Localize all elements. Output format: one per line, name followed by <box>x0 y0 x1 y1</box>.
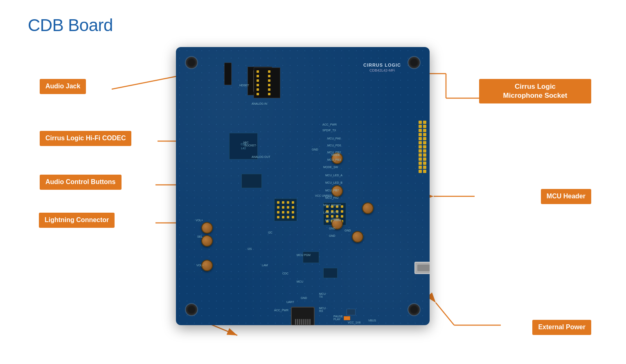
lightning-connector-comp <box>291 307 315 325</box>
lam-mute: LAM_MUTE <box>323 211 339 214</box>
lightning-connector-label: Lightning Connector <box>39 213 115 228</box>
i2c-header <box>274 198 297 221</box>
audio-jack-label: Audio Jack <box>40 79 86 94</box>
mount-hole-tr <box>408 56 421 69</box>
mcu-header-pins <box>419 121 426 173</box>
analog-in-header <box>254 67 280 98</box>
ic-chip-1 <box>241 174 262 188</box>
mcu-pa2: MCU_PA2 <box>325 196 339 199</box>
s0-button[interactable] <box>201 235 213 247</box>
mcu-pgm-label: MCU PGM <box>297 254 311 256</box>
ic-chip-3 <box>323 268 338 278</box>
vol-minus-label: VOL− <box>196 264 204 267</box>
audio-jack-component <box>224 63 232 85</box>
mcu-pd0: MCU_PD0 <box>327 144 341 147</box>
mode-sw: MODE_SW <box>323 166 338 169</box>
cdc-label: CDC <box>282 272 288 275</box>
analog-out-label: ANALOG OUT <box>252 155 270 158</box>
usb-connector <box>414 262 430 274</box>
board-logo: CIRRUS LOGIC CDB42L42-MFi <box>363 63 401 72</box>
mcu-reset-button[interactable] <box>362 202 374 214</box>
mcu-pa6: MCU_PA6 <box>327 137 341 140</box>
uart-label: UART <box>286 301 294 303</box>
mcu-rx: MCURX <box>319 307 326 312</box>
acc-pwr-right: ACC_PWR <box>322 123 337 126</box>
mcu-tx: MCUTX <box>319 292 326 298</box>
pause-play: PAUSEPLAY <box>333 315 343 321</box>
gnd-right: GND <box>312 148 318 151</box>
mcu-pb7: MCU_PB7 <box>325 189 339 192</box>
mode-label: MODE <box>331 153 340 156</box>
mcu-reset: MCU_RESET <box>323 204 341 207</box>
s10-button[interactable] <box>352 231 363 243</box>
sel-label: SEL <box>197 235 203 238</box>
mcu-pb2: MCU_PB2 <box>327 151 341 154</box>
mcu-led-a: MCU_LED_A <box>325 174 342 177</box>
svg-line-15 <box>436 303 454 325</box>
spdif-tx: SPDIF_TX <box>322 129 336 132</box>
model-text: CDB42L42-MFi <box>363 68 401 72</box>
mount-hole-bl <box>185 303 198 316</box>
mcu-led-b: MCU_LED_B <box>325 181 342 184</box>
vbus: VBUS <box>368 319 376 322</box>
board-container: CIRRUS LOGIC CDB42L42-MFi CS4L42 <box>176 47 430 325</box>
analog-in-label: ANALOG IN <box>252 102 267 105</box>
brand-text: CIRRUS LOGIC <box>363 63 401 67</box>
board-image: CIRRUS LOGIC CDB42L42-MFi CS4L42 <box>176 47 430 325</box>
mcu-header-label: MCU Header <box>541 189 591 204</box>
mic-socket-label: MIC·SOCKET· <box>243 141 257 147</box>
mount-hole-br <box>408 303 421 316</box>
gnd-btm: GND <box>301 297 307 299</box>
external-power-label: External Power <box>532 320 591 335</box>
vcc-1v8: VCC_1V8 <box>348 321 360 324</box>
acc-pwr-label: ACC_PWR <box>274 309 288 312</box>
headset-label: HDSET <box>239 84 249 87</box>
gnd-center: GND <box>345 229 351 232</box>
vol-plus-label: VOL+ <box>196 219 203 222</box>
s2-button[interactable] <box>201 222 213 234</box>
cirrus-mic-label: Cirrus Logic Microphone Socket <box>479 79 591 103</box>
i2s-label: I2S <box>248 247 252 250</box>
cirrus-hifi-label: Cirrus Logic Hi-Fi CODEC <box>40 131 131 146</box>
lam-label: LAM <box>262 264 268 267</box>
mount-hole-tl <box>185 56 198 69</box>
mcu-label: MCU <box>297 280 303 283</box>
d2-diode <box>344 316 350 320</box>
gnd-2: GND <box>329 234 336 237</box>
audio-control-label: Audio Control Buttons <box>40 175 122 190</box>
i2c-label: I2C <box>268 231 272 234</box>
gnd-1: GND <box>329 227 336 230</box>
mcu-swim: MCU_SWIM <box>325 219 341 222</box>
small-ic-1 <box>347 309 356 315</box>
mcu-pb3: MCU_PB3 <box>327 158 341 161</box>
page-title: CDB Board <box>28 16 113 35</box>
